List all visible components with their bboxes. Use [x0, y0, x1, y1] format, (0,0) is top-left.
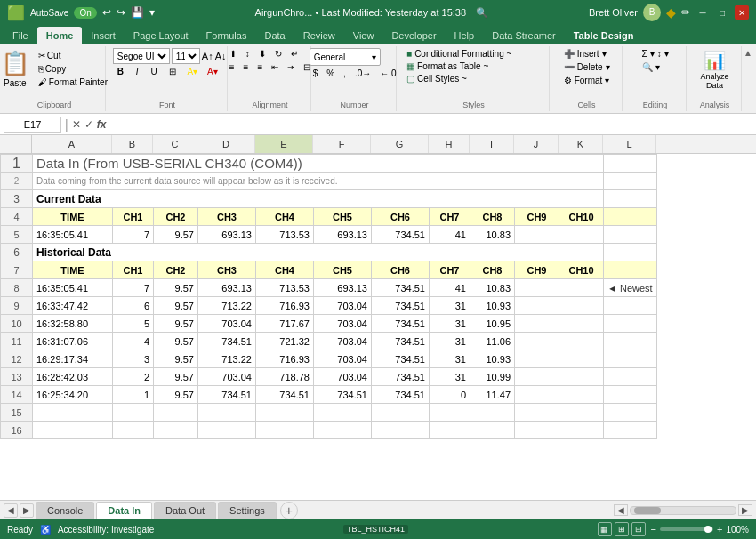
cell-k14[interactable]: [559, 386, 604, 404]
col-header-j[interactable]: J: [514, 135, 559, 153]
cell-h12[interactable]: 31: [430, 350, 470, 368]
increase-font-icon[interactable]: A↑: [202, 51, 213, 61]
row-num[interactable]: 9: [1, 297, 33, 315]
cell-i13[interactable]: 10.99: [470, 368, 515, 386]
cell-g12[interactable]: 734.51: [372, 350, 430, 368]
tab-view[interactable]: View: [344, 27, 383, 44]
cell-e5[interactable]: 713.53: [256, 226, 314, 244]
zoom-out-button[interactable]: −: [651, 524, 656, 535]
cell-k10[interactable]: [559, 315, 604, 333]
tab-page-layout[interactable]: Page Layout: [125, 27, 197, 44]
cell-g11[interactable]: 734.51: [372, 333, 430, 350]
decrease-decimal-button[interactable]: ←.0: [376, 68, 399, 79]
cell-l3[interactable]: [604, 190, 657, 208]
cell-h7[interactable]: CH7: [430, 261, 470, 279]
cell-h15[interactable]: [430, 404, 470, 422]
border-button[interactable]: ⊞: [164, 66, 181, 77]
cell-c4[interactable]: CH2: [154, 208, 198, 226]
normal-view-button[interactable]: ▦: [598, 522, 612, 536]
sheet-nav-next[interactable]: ▶: [20, 503, 34, 518]
col-header-f[interactable]: F: [313, 135, 371, 153]
cell-f5[interactable]: 693.13: [314, 226, 372, 244]
col-header-g[interactable]: G: [371, 135, 429, 153]
cell-i9[interactable]: 10.93: [470, 297, 515, 315]
cell-j7[interactable]: CH9: [515, 261, 559, 279]
close-button[interactable]: ✕: [735, 5, 749, 20]
cell-d10[interactable]: 703.04: [198, 315, 256, 333]
zoom-track[interactable]: [660, 527, 713, 531]
tab-review[interactable]: Review: [294, 27, 344, 44]
cell-b15[interactable]: [113, 404, 154, 422]
cell-l15[interactable]: [604, 404, 657, 422]
col-header-e[interactable]: E: [255, 135, 313, 153]
formula-input[interactable]: [109, 119, 752, 130]
cell-f4[interactable]: CH5: [314, 208, 372, 226]
zoom-in-button[interactable]: +: [717, 524, 722, 535]
font-color-button[interactable]: A▾: [204, 66, 221, 77]
cell-d4[interactable]: CH3: [198, 208, 256, 226]
row-num[interactable]: 13: [1, 368, 33, 386]
cell-c14[interactable]: 9.57: [154, 386, 198, 404]
cell-c15[interactable]: [154, 404, 198, 422]
cell-e16[interactable]: [256, 422, 314, 439]
cell-j15[interactable]: [515, 404, 559, 422]
cell-h16[interactable]: [430, 422, 470, 439]
tab-help[interactable]: Help: [446, 27, 484, 44]
cell-j13[interactable]: [515, 368, 559, 386]
col-header-b[interactable]: B: [112, 135, 153, 153]
format-as-table-button[interactable]: ▦ Format as Table ~: [404, 60, 543, 72]
add-sheet-button[interactable]: +: [280, 502, 298, 519]
row-num[interactable]: 2: [1, 173, 33, 190]
cell-e7[interactable]: CH4: [256, 261, 314, 279]
cell-i15[interactable]: [470, 404, 515, 422]
cell-e14[interactable]: 734.51: [256, 386, 314, 404]
cell-j10[interactable]: [515, 315, 559, 333]
font-size-select[interactable]: 11: [172, 48, 200, 64]
cell-e4[interactable]: CH4: [256, 208, 314, 226]
tab-home[interactable]: Home: [37, 27, 83, 44]
cell-reference-input[interactable]: [4, 117, 61, 133]
cell-c11[interactable]: 9.57: [154, 333, 198, 350]
cell-f16[interactable]: [314, 422, 372, 439]
cell-e12[interactable]: 716.93: [256, 350, 314, 368]
cell-d13[interactable]: 703.04: [198, 368, 256, 386]
paste-button[interactable]: 📋 Paste: [0, 48, 33, 90]
percent-button[interactable]: %: [323, 68, 338, 79]
cell-d11[interactable]: 734.51: [198, 333, 256, 350]
cell-k8[interactable]: [559, 279, 604, 297]
row-num[interactable]: 11: [1, 333, 33, 350]
scroll-thumb[interactable]: [634, 507, 661, 514]
cell-a13[interactable]: 16:28:42.03: [33, 368, 113, 386]
cell-a8[interactable]: 16:35:05.41: [33, 279, 113, 297]
cell-g9[interactable]: 734.51: [372, 297, 430, 315]
cell-f10[interactable]: 703.04: [314, 315, 372, 333]
cell-h4[interactable]: CH7: [430, 208, 470, 226]
cell-d8[interactable]: 693.13: [198, 279, 256, 297]
cell-k13[interactable]: [559, 368, 604, 386]
row-num[interactable]: 12: [1, 350, 33, 368]
tab-developer[interactable]: Developer: [382, 27, 445, 44]
decrease-font-icon[interactable]: A↓: [215, 51, 227, 61]
cell-l16[interactable]: [604, 422, 657, 439]
row-num[interactable]: 7: [1, 261, 33, 279]
cell-a1[interactable]: Data In (From USB-SERIAL CH340 (COM4)): [33, 155, 604, 173]
align-bottom-button[interactable]: ⬇: [255, 48, 269, 60]
cell-l4[interactable]: [604, 208, 657, 226]
tab-table-design[interactable]: Table Design: [565, 27, 643, 44]
page-break-view-button[interactable]: ⊟: [631, 522, 646, 536]
align-center-button[interactable]: ≡: [240, 61, 253, 73]
cell-e10[interactable]: 717.67: [256, 315, 314, 333]
cell-g7[interactable]: CH6: [372, 261, 430, 279]
cell-l5[interactable]: [604, 226, 657, 244]
format-button[interactable]: ⚙ Format ▾: [561, 75, 613, 86]
cell-j9[interactable]: [515, 297, 559, 315]
cell-h11[interactable]: 31: [430, 333, 470, 350]
cell-c7[interactable]: CH2: [154, 261, 198, 279]
increase-decimal-button[interactable]: .0→: [351, 68, 374, 79]
row-num[interactable]: 6: [1, 244, 33, 261]
cell-k5[interactable]: [559, 226, 604, 244]
cell-i5[interactable]: 10.83: [470, 226, 515, 244]
cell-g8[interactable]: 734.51: [372, 279, 430, 297]
cell-c9[interactable]: 9.57: [154, 297, 198, 315]
ribbon-collapse[interactable]: ▲: [744, 46, 752, 111]
